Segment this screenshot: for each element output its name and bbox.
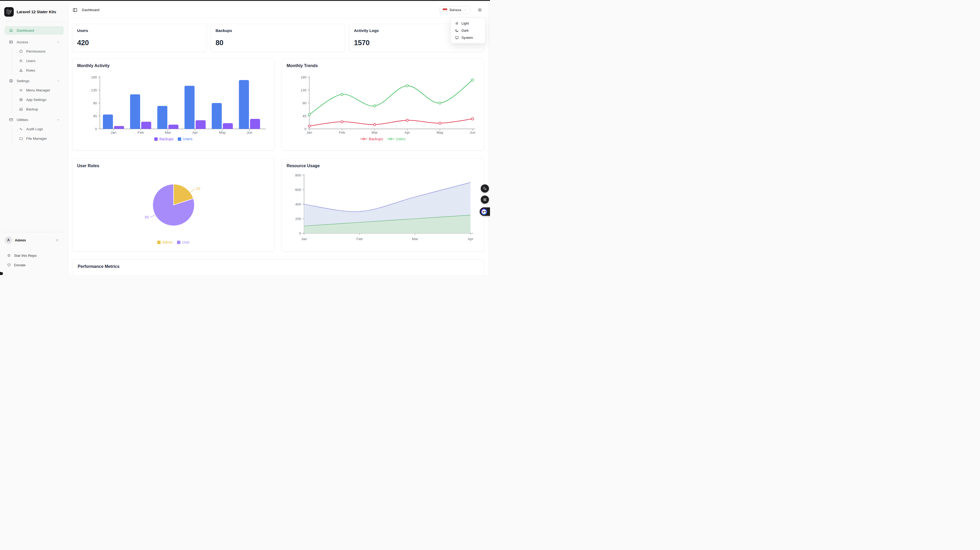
sidebar-item-app-settings[interactable]: App Settings [12, 95, 64, 104]
sidebar-item-label: Utilities [17, 118, 28, 122]
sidebar: Laravel 12 Stater Kits Dashboard Access … [0, 1, 68, 275]
sidebar-item-audit-logs[interactable]: Audit Logs [12, 125, 64, 133]
donate-label: Donate [14, 263, 25, 267]
performance-metrics-card: Performance Metrics [72, 259, 484, 275]
legend-item[interactable]: Users [387, 137, 406, 141]
chevron-down-icon [57, 79, 60, 83]
legend-item[interactable]: User [177, 240, 190, 244]
sidebar-item-users[interactable]: Users [12, 57, 64, 65]
theme-option-label: Light [461, 21, 469, 25]
theme-option-system[interactable]: System [453, 34, 484, 41]
svg-text:135: 135 [91, 88, 97, 92]
theme-option-label: Dark [461, 29, 469, 32]
alert-triangle-icon [19, 68, 23, 72]
apps-button[interactable] [481, 196, 489, 203]
activity-icon [19, 127, 23, 131]
utilities-sub-list: Audit Logs File Manager [12, 125, 64, 143]
legend-label: Users [396, 137, 406, 141]
sidebar-item-label: Settings [17, 79, 30, 83]
sidebar-item-backup[interactable]: Backup [12, 105, 64, 113]
resource-usage-card: Resource Usage 0200400600800JanFebMarApr [282, 159, 484, 252]
sidebar-nav: Dashboard Access Permissions Users Roles [0, 22, 68, 143]
svg-text:400: 400 [295, 202, 301, 206]
svg-text:Apr: Apr [468, 237, 473, 241]
user-roles-pie-chart: 2080 [76, 172, 271, 238]
legend-item[interactable]: Backups [360, 137, 383, 141]
chevron-down-icon [57, 118, 60, 121]
legend-label: User [182, 240, 190, 244]
sidebar-item-permissions[interactable]: Permissions [12, 47, 64, 56]
language-select[interactable]: Bahasa [439, 6, 470, 14]
avatar: A [5, 237, 12, 244]
settings-sub-list: Menu Manager App Settings Backup [12, 86, 64, 113]
svg-text:0: 0 [304, 127, 306, 131]
window-top-edge [0, 0, 490, 1]
theme-option-light[interactable]: Light [453, 20, 484, 27]
stat-card-backups: Backups 80 [210, 24, 345, 52]
svg-text:Jan: Jan [111, 130, 116, 135]
svg-text:Feb: Feb [356, 237, 363, 241]
gear-icon [9, 79, 13, 83]
legend-item[interactable]: Backups [154, 137, 173, 141]
sidebar-group-access[interactable]: Access [5, 38, 64, 46]
svg-text:Jan: Jan [306, 130, 312, 135]
at-sign-icon [19, 98, 23, 102]
sidebar-item-label: Backup [26, 107, 38, 111]
svg-text:Jun: Jun [247, 130, 253, 135]
legend-square-marker [177, 241, 180, 244]
svg-text:Jun: Jun [470, 130, 476, 135]
chart-title: Resource Usage [286, 163, 480, 169]
user-menu[interactable]: A Admin [3, 235, 65, 245]
sidebar-item-label: Permissions [26, 49, 46, 53]
credit-card-icon [9, 118, 13, 122]
donate-link[interactable]: Donate [3, 261, 65, 269]
inbox-icon [19, 107, 23, 111]
chevron-down-icon [464, 8, 467, 12]
svg-text:May: May [219, 130, 226, 135]
stat-card-users: Users 420 [72, 24, 207, 52]
svg-text:May: May [437, 130, 444, 135]
sidebar-group-utilities[interactable]: Utilities [5, 116, 64, 124]
alert-circle-icon [19, 49, 23, 53]
brand[interactable]: Laravel 12 Stater Kits [0, 1, 68, 17]
menu-icon [19, 88, 23, 92]
svg-text:45: 45 [302, 114, 306, 118]
topbar-actions: Bahasa [439, 6, 482, 14]
monthly-activity-card: Monthly Activity 04590135180JanFebMarApr… [72, 58, 275, 151]
chart-title: Monthly Trends [286, 63, 480, 69]
monitor-icon [455, 36, 459, 40]
svg-text:180: 180 [300, 75, 306, 79]
chart-title: User Roles [76, 163, 270, 169]
chart-title: Monthly Activity [76, 63, 270, 69]
user-name: Admin [15, 238, 26, 242]
svg-text:80: 80 [145, 215, 149, 219]
legend-label: Backups [159, 137, 173, 141]
stat-value: 420 [77, 39, 202, 47]
theme-option-dark[interactable]: Dark [453, 27, 484, 34]
sun-icon [455, 21, 459, 25]
sidebar-group-settings[interactable]: Settings [5, 76, 64, 85]
assistant-button[interactable] [480, 207, 490, 216]
svg-text:Feb: Feb [339, 130, 345, 135]
sidebar-item-menu-manager[interactable]: Menu Manager [12, 86, 64, 94]
legend-square-marker [157, 241, 161, 244]
sidebar-item-dashboard[interactable]: Dashboard [5, 26, 64, 35]
chart-legend: AdminUser [76, 240, 270, 244]
sidebar-toggle-icon[interactable] [73, 8, 77, 13]
legend-item[interactable]: Admin [157, 240, 173, 244]
monthly-activity-chart: 04590135180JanFebMarAprMayJun [76, 72, 271, 135]
svg-text:Jan: Jan [301, 237, 307, 241]
svg-text:600: 600 [295, 188, 301, 192]
star-repo-link[interactable]: Star this Repo [3, 252, 65, 259]
sidebar-item-file-manager[interactable]: File Manager [12, 135, 64, 143]
translate-button[interactable] [481, 184, 489, 192]
legend-item[interactable]: Users [178, 137, 192, 141]
legend-label: Users [183, 137, 192, 141]
svg-text:0: 0 [95, 127, 97, 131]
user-roles-card: User Roles 2080 AdminUser [72, 159, 275, 252]
sidebar-item-roles[interactable]: Roles [12, 66, 64, 75]
svg-text:Apr: Apr [404, 130, 410, 135]
sidebar-footer: A Admin Star this Repo Donate [0, 232, 68, 269]
theme-toggle-sun-icon[interactable] [477, 7, 482, 13]
topbar: Dashboard Bahasa [68, 2, 489, 18]
